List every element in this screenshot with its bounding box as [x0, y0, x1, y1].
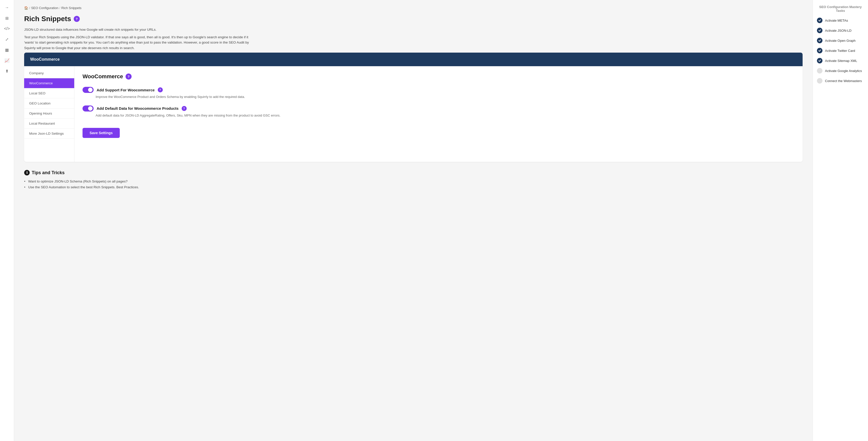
- card-main: WooCommerce ? Add Support For Woocommerc…: [74, 66, 803, 162]
- sidebar-item-company[interactable]: Company: [24, 68, 74, 78]
- task-label-json-ld[interactable]: Activate JSON-LD: [825, 29, 851, 32]
- nav-chart-icon[interactable]: 📈: [2, 56, 11, 65]
- save-settings-button[interactable]: Save Settings: [83, 128, 120, 138]
- toggle-row-support: Add Support For Woocommerce ? Improve th…: [83, 87, 795, 99]
- nav-arrow-icon[interactable]: →: [2, 3, 11, 12]
- description-1: JSON-LD structured data influences how G…: [24, 27, 251, 32]
- task-check-webmasters: [817, 78, 823, 84]
- sidebar-item-geo-location[interactable]: GEO Location: [24, 98, 74, 109]
- page-help-icon[interactable]: ?: [74, 16, 80, 22]
- woocommerce-card: WooCommerce Company WooCommerce Local SE…: [24, 53, 803, 162]
- page-title: Rich Snippets: [24, 15, 71, 23]
- toggle-support-desc: Improve the WooCommerce Product and Orde…: [96, 94, 795, 99]
- tips-section: ℹ Tips and Tricks Want to optimize JSON-…: [24, 170, 803, 190]
- task-label-sitemap[interactable]: Activate Sitemap XML: [825, 59, 857, 63]
- nav-code-icon[interactable]: </>: [2, 24, 11, 33]
- tips-info-icon: ℹ: [24, 170, 30, 175]
- toggle-label-default-data: Add Default Data for Woocommerce Product…: [83, 106, 795, 112]
- section-title: WooCommerce ?: [83, 73, 795, 80]
- task-label-metas[interactable]: Activate METAs: [825, 19, 848, 22]
- task-check-google-analytics: [817, 68, 823, 74]
- breadcrumb-seo[interactable]: SEO Configuration: [31, 6, 58, 10]
- task-label-webmasters[interactable]: Connect the Webmasters: [825, 79, 862, 83]
- toggle-row-default-data: Add Default Data for Woocommerce Product…: [83, 106, 795, 118]
- sidebar-item-opening-hours[interactable]: Opening Hours: [24, 109, 74, 119]
- toggle-label-support: Add Support For Woocommerce ?: [83, 87, 795, 93]
- toggle-default-data-desc: Add default data for JSON-LD AggregateRa…: [96, 113, 795, 118]
- card-sidebar: Company WooCommerce Local SEO GEO Locati…: [24, 66, 74, 162]
- right-panel-title: SEO Configuration Mastery Tasks: [817, 5, 864, 12]
- breadcrumb-sep2: /: [59, 6, 60, 10]
- nav-baralt-icon[interactable]: ▦: [2, 45, 11, 54]
- toggle-default-data-label: Add Default Data for Woocommerce Product…: [97, 106, 179, 111]
- home-icon[interactable]: 🏠: [24, 6, 28, 10]
- task-item-json-ld: Activate JSON-LD: [817, 28, 864, 33]
- task-item-open-graph: Activate Open Graph: [817, 38, 864, 43]
- section-help-icon[interactable]: ?: [126, 74, 132, 80]
- nav-grid-icon[interactable]: ⊞: [2, 13, 11, 23]
- tips-list: Want to optimize JSON-LD Schema (Rich Sn…: [24, 178, 803, 190]
- description-2: Test your Rich Snippets using the JSON-L…: [24, 34, 251, 51]
- page-title-row: Rich Snippets ?: [24, 15, 803, 23]
- breadcrumb-sep1: /: [29, 6, 30, 10]
- task-check-json-ld: [817, 28, 823, 33]
- toggle-support[interactable]: [83, 87, 94, 93]
- card-body: Company WooCommerce Local SEO GEO Locati…: [24, 66, 803, 162]
- task-item-google-analytics: Activate Google Analytics: [817, 68, 864, 74]
- task-item-twitter-card: Activate Twitter Card: [817, 48, 864, 53]
- task-item-webmasters: Connect the Webmasters: [817, 78, 864, 84]
- task-check-sitemap: [817, 58, 823, 63]
- task-check-open-graph: [817, 38, 823, 43]
- task-label-open-graph[interactable]: Activate Open Graph: [825, 39, 856, 42]
- task-label-google-analytics[interactable]: Activate Google Analytics: [825, 69, 862, 73]
- toggle-default-data[interactable]: [83, 106, 94, 112]
- sidebar-item-local-restaurant[interactable]: Local Restaurant: [24, 119, 74, 129]
- toggle-support-help[interactable]: ?: [158, 87, 163, 92]
- nav-share-icon[interactable]: ⤢: [2, 35, 11, 44]
- tips-title: ℹ Tips and Tricks: [24, 170, 803, 175]
- task-check-twitter-card: [817, 48, 823, 53]
- nav-upload-icon[interactable]: ⬆: [2, 66, 11, 76]
- task-check-metas: [817, 18, 823, 23]
- task-item-sitemap: Activate Sitemap XML: [817, 58, 864, 63]
- toggle-support-label: Add Support For Woocommerce: [97, 88, 155, 92]
- task-label-twitter-card[interactable]: Activate Twitter Card: [825, 49, 855, 53]
- task-item-metas: Activate METAs: [817, 18, 864, 23]
- breadcrumb: 🏠 / SEO Configuration / Rich Snippets: [24, 6, 803, 10]
- main-content: 🏠 / SEO Configuration / Rich Snippets Ri…: [14, 0, 813, 441]
- card-header: WooCommerce: [24, 53, 803, 66]
- sidebar-item-woocommerce[interactable]: WooCommerce: [24, 78, 74, 88]
- sidebar-item-more-json[interactable]: More Json-LD Settings: [24, 129, 74, 139]
- left-navigation: → ⊞ </> ⤢ ▦ 📈 ⬆: [0, 0, 14, 441]
- breadcrumb-current: Rich Snippets: [61, 6, 82, 10]
- toggle-default-data-help[interactable]: ?: [182, 106, 187, 111]
- tip-item-1: Want to optimize JSON-LD Schema (Rich Sn…: [24, 178, 803, 184]
- tip-item-2: Use the SEO Automation to select the bes…: [24, 184, 803, 190]
- right-panel: SEO Configuration Mastery Tasks Activate…: [813, 0, 868, 441]
- sidebar-item-local-seo[interactable]: Local SEO: [24, 88, 74, 98]
